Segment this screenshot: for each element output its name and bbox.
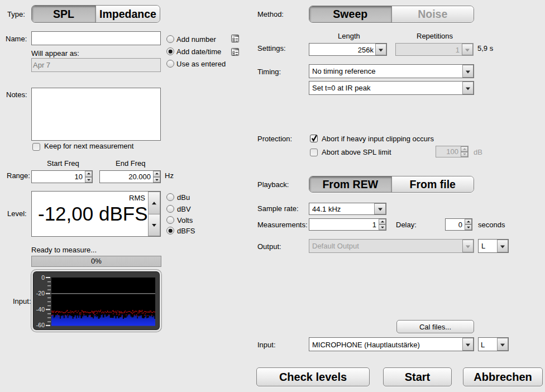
svg-text:0: 0	[41, 274, 45, 281]
svg-text:-60: -60	[36, 322, 45, 328]
svg-text:-20: -20	[36, 290, 45, 297]
svg-text:-40: -40	[36, 306, 45, 313]
